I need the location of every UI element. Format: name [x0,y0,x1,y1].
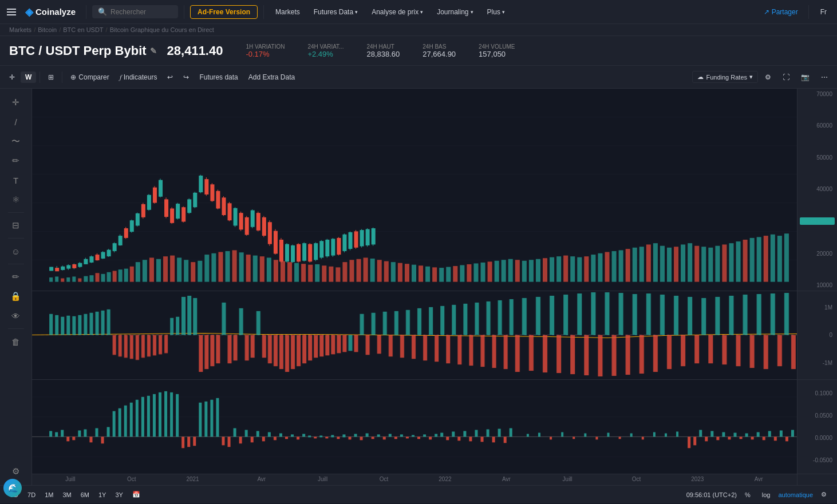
svg-rect-302 [446,335,450,364]
svg-rect-29 [184,260,188,281]
svg-rect-111 [750,238,755,282]
range-picker[interactable]: 📅 [129,490,144,499]
pencil-tool[interactable]: ✏ [6,152,26,170]
svg-rect-98 [660,246,665,282]
svg-rect-180 [228,203,232,220]
logo[interactable]: ◈ Coinalyze [21,6,80,18]
svg-rect-18 [113,271,117,281]
analyse-prix-button[interactable]: Analyse de prix▾ [366,6,429,18]
breadcrumb-markets[interactable]: Markets [9,26,31,33]
crosshair-button[interactable]: ✛ [5,71,19,84]
svg-rect-104 [701,247,706,281]
svg-rect-340 [694,335,699,364]
svg-rect-301 [440,306,444,335]
trend-line-tool[interactable]: / [6,113,26,131]
svg-rect-303 [452,305,456,335]
breadcrumb-bitcoin[interactable]: Bitcoin [38,26,57,33]
add-extra-data-button[interactable]: Add Extra Data [244,71,299,84]
log-button[interactable]: log [759,490,774,499]
svg-rect-84 [563,256,568,282]
trash-tool[interactable]: 🗑 [6,332,26,351]
svg-rect-34 [218,252,223,281]
brush-tool[interactable]: 〜 [6,132,26,150]
svg-rect-291 [383,312,387,335]
svg-rect-364 [72,436,75,440]
candle-chart[interactable] [32,89,797,291]
timeframe-button[interactable]: W [21,72,36,83]
plus-button[interactable]: Plus▾ [481,6,511,18]
auto-label: automatique [778,491,813,498]
ad-free-button[interactable]: Ad-Free Version [190,5,258,19]
eye-tool[interactable]: 👁 [6,307,26,325]
search-box[interactable]: 🔍 [92,5,178,18]
funding-rates-button[interactable]: ☁ Funding Rates ▾ [692,71,758,83]
user-avatar[interactable]: 🌊 [3,479,22,497]
lock-tool[interactable]: 🔒 [6,287,26,305]
journaling-button[interactable]: Journaling▾ [431,6,479,18]
bottom-settings[interactable]: ⚙ [818,490,830,499]
svg-rect-408 [325,436,328,438]
settings-left[interactable]: ⚙ [6,462,26,481]
markets-button[interactable]: Markets [270,6,306,18]
percent-button[interactable]: % [741,490,754,499]
svg-rect-444 [561,432,563,436]
cursor-tool[interactable]: ✛ [6,93,26,112]
snapshot-button[interactable]: 📷 [796,71,814,84]
bars-button[interactable]: ⊞ [44,71,58,84]
svg-rect-312 [504,335,508,370]
svg-rect-100 [674,247,678,281]
timeframe-7d[interactable]: 7D [24,490,39,499]
svg-rect-148 [136,213,140,225]
timeframe-3y[interactable]: 3Y [112,490,126,499]
svg-rect-60 [398,263,402,282]
svg-rect-362 [61,430,64,436]
undo-button[interactable]: ↩ [163,71,177,84]
svg-rect-52 [342,262,347,282]
pencil-tool2[interactable]: ✏ [6,268,26,286]
svg-rect-431 [457,436,460,440]
timeframe-1m[interactable]: 1M [41,490,57,499]
main-chart-col[interactable]: BTC/USDT Perp · 1W · Bybit O 27951.70 H … [32,89,797,291]
svg-rect-66 [439,268,444,282]
svg-rect-154 [153,188,157,203]
text-tool[interactable]: T [6,171,26,189]
indicators-button[interactable]: 𝑓 Indicateurs [115,71,162,84]
redo-button[interactable]: ↪ [179,71,194,84]
breadcrumb-btc-usdt[interactable]: BTC en USDT [63,26,103,33]
share-button[interactable]: ↗ Partager [759,6,803,18]
svg-rect-24 [149,257,154,281]
svg-rect-468 [763,436,765,440]
ticker-price: 28,411.40 [167,43,223,58]
buysell-chart-col[interactable]: BuySellVolume value 10 490.225K -496.593… [32,291,797,379]
timeframe-1y[interactable]: 1Y [95,490,109,499]
svg-rect-116 [784,233,789,281]
futures-data-tb-button[interactable]: Futures data [195,71,242,84]
svg-rect-348 [750,335,755,368]
svg-rect-204 [297,244,301,262]
smiley-tool[interactable]: ☺ [6,242,26,260]
svg-rect-328 [612,335,617,376]
fullscreen-button[interactable]: ⛶ [778,71,794,84]
svg-rect-110 [743,240,748,282]
edit-icon[interactable]: ✎ [150,46,157,55]
pattern-tool[interactable]: ⚛ [6,191,26,209]
svg-rect-445 [573,436,575,439]
more-button[interactable]: ⋯ [816,71,832,84]
timeframe-3m[interactable]: 3M [59,490,74,499]
hamburger-menu[interactable] [5,9,18,15]
measure-tool[interactable]: ⊟ [6,216,26,235]
svg-rect-75 [502,260,506,281]
svg-rect-14 [89,275,93,282]
svg-rect-276 [297,335,301,367]
svg-rect-47 [308,265,313,282]
timeframe-6m[interactable]: 6M [77,490,93,499]
svg-rect-23 [143,260,147,281]
futures-data-button[interactable]: Futures Data▾ [308,6,364,18]
funding-chart-col[interactable]: Aggregated Funding Rate AVG close 10 0.0… [32,380,797,474]
settings-button[interactable]: ⚙ [760,71,776,84]
compare-button[interactable]: ⊕ Comparer [66,71,113,84]
svg-rect-314 [515,335,520,372]
fr-button[interactable]: Fr [815,6,832,18]
search-input[interactable] [110,8,168,16]
divider4 [808,5,809,19]
